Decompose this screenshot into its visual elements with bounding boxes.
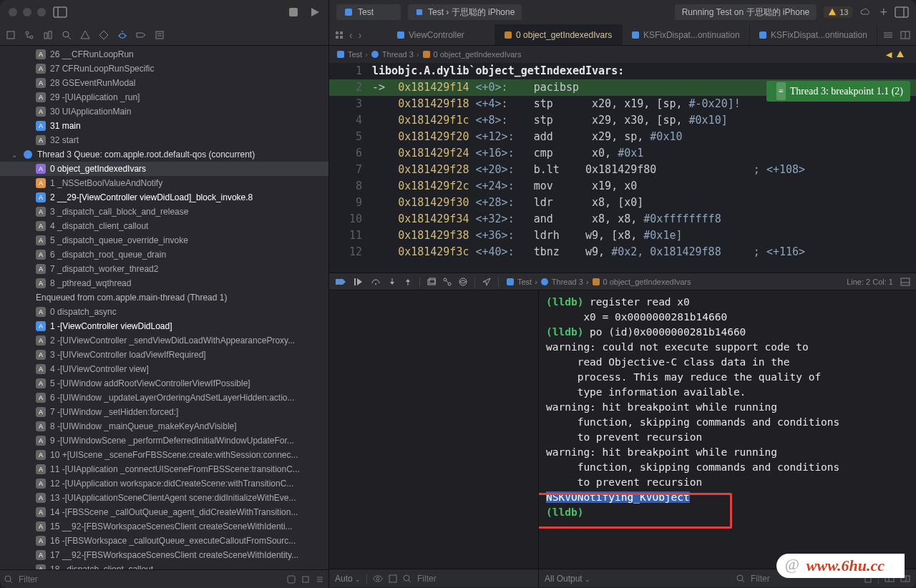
- zoom-window-icon[interactable]: [37, 8, 46, 16]
- variables-view[interactable]: [329, 290, 539, 569]
- stack-frame[interactable]: A27 CFRunLoopRunSpecific: [0, 62, 328, 76]
- find-nav-icon[interactable]: [62, 30, 72, 40]
- back-icon[interactable]: ‹: [349, 29, 353, 41]
- editor-tab-disassembly[interactable]: 0 object_getIndexedIvars: [495, 24, 623, 45]
- thread-header[interactable]: ⌄ Thread 3 Queue: com.apple.root.default…: [0, 147, 328, 162]
- step-into-button[interactable]: [388, 278, 396, 286]
- filter-icon[interactable]: [4, 575, 13, 584]
- stack-frame[interactable]: A13 -[UIApplicationSceneClientAgent scen…: [0, 491, 328, 505]
- debug-nav-icon[interactable]: [117, 30, 127, 40]
- disasm-line[interactable]: 12 0x181429f3c <+40>: tbnz w9, #0x2, 0x1…: [329, 244, 916, 260]
- filter-running-icon[interactable]: [316, 575, 324, 584]
- breakpoint-banner[interactable]: ≡Thread 3: breakpoint 1.1 (2): [766, 81, 910, 102]
- disasm-line[interactable]: 8 0x181429f2c <+24>: mov x19, x0: [329, 178, 916, 195]
- disasm-line[interactable]: 6 0x181429f24 <+16>: cmp x0, #0x1: [329, 145, 916, 162]
- related-items-icon[interactable]: [335, 31, 344, 39]
- debug-memory-graph-button[interactable]: [443, 278, 452, 286]
- stack-frame[interactable]: A18 _dispatch_client_callout: [0, 562, 328, 569]
- issue-indicator-icon[interactable]: ◀: [886, 50, 892, 59]
- stack-frame[interactable]: A2 __29-[ViewController viewDidLoad]_blo…: [0, 190, 328, 205]
- project-nav-icon[interactable]: [6, 30, 16, 40]
- stack-frame[interactable]: A16 -[FBSWorkspace _calloutQueue_execute…: [0, 534, 328, 548]
- warnings-badge[interactable]: 13: [824, 6, 852, 18]
- stop-button[interactable]: [288, 7, 298, 17]
- stack-frame[interactable]: A31 main: [0, 119, 328, 133]
- step-over-button[interactable]: [371, 278, 381, 286]
- breakpoint-nav-icon[interactable]: [136, 30, 146, 40]
- disassembly-editor[interactable]: 1libobjc.A.dylib`object_getIndexedIvars:…: [329, 63, 916, 273]
- stack-frame[interactable]: A3 _dispatch_call_block_and_release: [0, 205, 328, 219]
- simulate-location-button[interactable]: [482, 278, 491, 286]
- disasm-line[interactable]: 10 0x181429f34 <+32>: and x8, x8, #0xfff…: [329, 211, 916, 227]
- auto-scope-selector[interactable]: Auto ⌄: [335, 574, 361, 584]
- close-window-icon[interactable]: [9, 8, 17, 16]
- disasm-line[interactable]: 9 0x181429f30 <+28>: ldr x8, [x0]: [329, 195, 916, 211]
- environment-overrides-button[interactable]: [459, 278, 467, 286]
- quicklook-icon[interactable]: [373, 575, 383, 582]
- stack-frame[interactable]: A8 _pthread_wqthread: [0, 276, 328, 290]
- traffic-lights[interactable]: [9, 8, 46, 16]
- stack-frame[interactable]: A7 _dispatch_worker_thread2: [0, 262, 328, 276]
- toggle-breakpoints-button[interactable]: [335, 278, 346, 286]
- disasm-line[interactable]: 5 0x181429f20 <+12>: add x29, sp, #0x10: [329, 129, 916, 145]
- debug-area-toggle-icon[interactable]: [900, 278, 910, 286]
- source-control-nav-icon[interactable]: [24, 30, 34, 40]
- stack-frame[interactable]: A12 -[UIApplication workspace:didCreateS…: [0, 476, 328, 491]
- continue-button[interactable]: [354, 278, 364, 286]
- editor-options-icon[interactable]: [883, 31, 893, 39]
- issue-nav-icon[interactable]: [80, 30, 90, 40]
- stack-frame[interactable]: A0 dispatch_async: [0, 305, 328, 319]
- stack-frame[interactable]: A26 __CFRunLoopRun: [0, 47, 328, 62]
- variables-filter-input[interactable]: [417, 574, 532, 584]
- adjust-editor-icon[interactable]: [900, 31, 910, 39]
- stack-frame[interactable]: A6 -[UIWindow _updateLayerOrderingAndSet…: [0, 391, 328, 405]
- disasm-line[interactable]: 11 0x181429f38 <+36>: ldrh w9, [x8, #0x1…: [329, 227, 916, 244]
- stack-frame[interactable]: A17 __92-[FBSWorkspaceScenesClient creat…: [0, 548, 328, 562]
- stack-frame[interactable]: A6 _dispatch_root_queue_drain: [0, 248, 328, 262]
- bookmarks-nav-icon[interactable]: [43, 30, 53, 40]
- filter-icon[interactable]: [736, 574, 745, 583]
- stack-frame[interactable]: A8 -[UIWindow _mainQueue_makeKeyAndVisib…: [0, 419, 328, 433]
- scheme-selector[interactable]: Test: [336, 4, 401, 20]
- stack-frame[interactable]: A5 -[UIWindow addRootViewControllerViewI…: [0, 376, 328, 391]
- debug-navigator-tree[interactable]: A26 __CFRunLoopRunA27 CFRunLoopRunSpecif…: [0, 46, 328, 569]
- console-output[interactable]: (lldb) register read x0 x0 = 0x000000028…: [539, 290, 916, 569]
- stack-frame[interactable]: A4 _dispatch_client_callout: [0, 219, 328, 233]
- add-tab-icon[interactable]: +: [880, 5, 887, 20]
- editor-tab-ksfix-2[interactable]: KSFixDispat...ontinuation: [750, 24, 877, 45]
- stack-frame[interactable]: A30 UIApplicationMain: [0, 104, 328, 119]
- stack-frame[interactable]: A2 -[UIViewController _sendViewDidLoadWi…: [0, 333, 328, 348]
- output-scope-selector[interactable]: All Output ⌄: [545, 574, 590, 584]
- navigator-filter-input[interactable]: [19, 574, 281, 584]
- cloud-status-icon[interactable]: [859, 7, 872, 17]
- editor-tab-viewcontroller[interactable]: ViewController: [367, 24, 494, 45]
- stack-frame[interactable]: A4 -[UIViewController view]: [0, 362, 328, 376]
- stack-frame[interactable]: A10 +[UIScene _sceneForFBSScene:create:w…: [0, 448, 328, 462]
- test-nav-icon[interactable]: [99, 30, 109, 40]
- stack-frame[interactable]: A3 -[UIViewController loadViewIfRequired…: [0, 348, 328, 362]
- stack-frame[interactable]: A9 -[UIWindowScene _performDeferredIniti…: [0, 433, 328, 448]
- print-description-icon[interactable]: [389, 574, 397, 583]
- stack-frame[interactable]: A11 -[UIApplication _connectUISceneFromF…: [0, 462, 328, 476]
- stack-frame[interactable]: A32 start: [0, 133, 328, 147]
- stack-frame[interactable]: A5 _dispatch_queue_override_invoke: [0, 233, 328, 248]
- editor-tab-ksfix-1[interactable]: KSFixDispat...ontinuation: [623, 24, 750, 45]
- stack-frame[interactable]: A29 -[UIApplication _run]: [0, 90, 328, 104]
- device-selector[interactable]: Test › 于思聪的 iPhone: [408, 4, 522, 20]
- filter-threads-icon[interactable]: [301, 575, 310, 584]
- warning-indicator-icon[interactable]: [896, 50, 905, 59]
- disasm-line[interactable]: 4 0x181429f1c <+8>: stp x29, x30, [sp, #…: [329, 112, 916, 129]
- disasm-line[interactable]: 1libobjc.A.dylib`object_getIndexedIvars:: [329, 63, 916, 79]
- editor-breadcrumb[interactable]: Test› Thread 3› 0 object_getIndexedIvars…: [329, 46, 916, 63]
- debug-view-hierarchy-button[interactable]: [427, 278, 436, 286]
- stack-frame[interactable]: A0 object_getIndexedIvars: [0, 162, 328, 176]
- step-out-button[interactable]: [404, 278, 412, 286]
- sidebar-toggle-icon[interactable]: [53, 6, 67, 18]
- stack-frame[interactable]: A28 GSEventRunModal: [0, 76, 328, 90]
- stack-frame[interactable]: A7 -[UIWindow _setHidden:forced:]: [0, 405, 328, 419]
- filter-crashed-icon[interactable]: [287, 575, 296, 584]
- inspector-toggle-icon[interactable]: [895, 6, 909, 18]
- stack-frame[interactable]: A15 __92-[FBSWorkspaceScenesClient creat…: [0, 519, 328, 534]
- run-button[interactable]: [310, 7, 320, 17]
- filter-icon[interactable]: [403, 574, 411, 583]
